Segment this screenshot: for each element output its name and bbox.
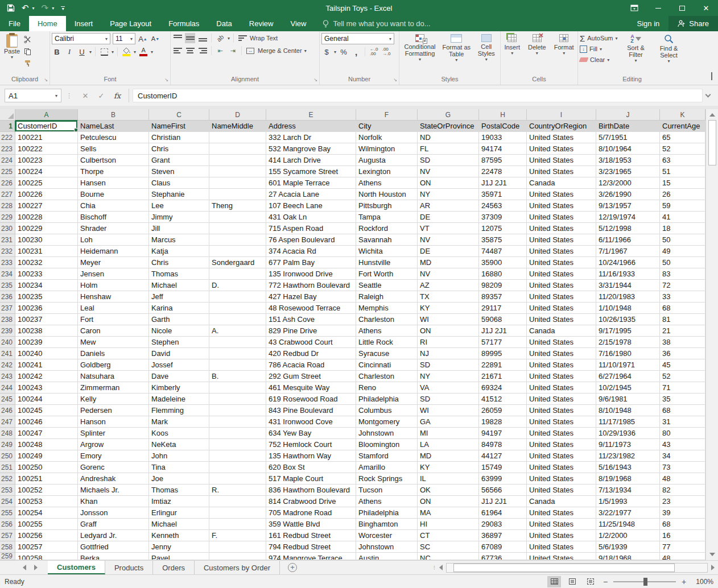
tab-data[interactable]: Data — [208, 16, 240, 31]
column-header-J[interactable]: J — [596, 109, 660, 121]
cell-H236[interactable]: 89357 — [479, 291, 527, 303]
cell-A251[interactable]: 100250 — [15, 462, 78, 473]
decrease-indent-icon[interactable]: ⇤ — [215, 45, 225, 56]
cell-B224[interactable]: Culbertson — [78, 155, 149, 166]
row-header-237[interactable]: 237 — [0, 303, 15, 314]
cell-D244[interactable] — [209, 382, 266, 394]
cell-A223[interactable]: 100222 — [15, 143, 78, 155]
cell-A238[interactable]: 100237 — [15, 314, 78, 325]
cell-B240[interactable]: Mew — [78, 337, 149, 348]
autosum-button[interactable]: ΣAutoSum▾ — [580, 33, 618, 43]
cell-F246[interactable]: Columbus — [356, 405, 418, 416]
cut-icon[interactable] — [22, 34, 32, 44]
cell-F250[interactable]: Stamford — [356, 450, 418, 462]
tab-file[interactable]: File — [0, 16, 29, 31]
cell-C231[interactable]: Marcus — [149, 234, 209, 246]
cell-E242[interactable]: 786 Acacia Road — [266, 359, 356, 371]
cell-B238[interactable]: Fort — [78, 314, 149, 325]
cell-D227[interactable] — [209, 189, 266, 200]
cell-E227[interactable]: 27 Acacia Lane — [266, 189, 356, 200]
cell-B229[interactable]: Bischoff — [78, 212, 149, 223]
cell-F238[interactable]: Charleston — [356, 314, 418, 325]
cell-B255[interactable]: Jonsson — [78, 507, 149, 519]
middle-align-icon[interactable] — [185, 33, 195, 43]
font-color-dropdown-icon[interactable]: ▾ — [151, 49, 153, 55]
cell-B254[interactable]: Khan — [78, 496, 149, 507]
borders-dropdown-icon[interactable]: ▾ — [112, 49, 114, 55]
cell-I240[interactable]: United States — [527, 337, 596, 348]
cell-E254[interactable]: 814 Crabwood Drive — [266, 496, 356, 507]
cell-J229[interactable]: 12/19/1974 — [596, 212, 660, 223]
row-header-246[interactable]: 246 — [0, 405, 15, 416]
cell-H242[interactable]: 22891 — [479, 359, 527, 371]
cell-I227[interactable]: United States — [527, 189, 596, 200]
save-icon[interactable] — [7, 4, 15, 12]
cell-G255[interactable]: MA — [418, 507, 479, 519]
cell-F248[interactable]: Johnstown — [356, 428, 418, 439]
cell-K254[interactable]: 23 — [660, 496, 705, 507]
font-color-icon[interactable]: A — [138, 47, 148, 57]
cell-A257[interactable]: 100256 — [15, 530, 78, 541]
cell-B248[interactable]: Splinter — [78, 428, 149, 439]
row-header-257[interactable]: 257 — [0, 530, 15, 541]
cell-G259[interactable]: NC — [418, 553, 479, 560]
cell-H233[interactable]: 35900 — [479, 257, 527, 268]
cell-D226[interactable] — [209, 177, 266, 189]
cell-H239[interactable]: J1J 2J1 — [479, 325, 527, 337]
cell-A247[interactable]: 100246 — [15, 416, 78, 428]
row-header-251[interactable]: 251 — [0, 462, 15, 473]
cell-I258[interactable]: United States — [527, 541, 596, 553]
cell-B241[interactable]: Daniels — [78, 348, 149, 359]
cell-G257[interactable]: CT — [418, 530, 479, 541]
row-header-255[interactable]: 255 — [0, 507, 15, 519]
cell-C245[interactable]: Madeleine — [149, 394, 209, 405]
cell-B222[interactable]: Petculescu — [78, 132, 149, 143]
row-header-225[interactable]: 225 — [0, 166, 15, 177]
cell-E246[interactable]: 843 Pine Boulevard — [266, 405, 356, 416]
cell-A255[interactable]: 100254 — [15, 507, 78, 519]
cell-B231[interactable]: Loh — [78, 234, 149, 246]
cell-J224[interactable]: 3/18/1953 — [596, 155, 660, 166]
cell-J234[interactable]: 11/16/1933 — [596, 268, 660, 280]
cell-K241[interactable]: 36 — [660, 348, 705, 359]
cell-H250[interactable]: 44127 — [479, 450, 527, 462]
paste-button[interactable]: Paste▾ — [2, 33, 22, 75]
cell-H251[interactable]: 15749 — [479, 462, 527, 473]
cell-J223[interactable]: 8/10/1964 — [596, 143, 660, 155]
cell-C234[interactable]: Thomas — [149, 268, 209, 280]
cell-B252[interactable]: Andreshak — [78, 473, 149, 485]
cell-D237[interactable] — [209, 303, 266, 314]
cell-D238[interactable] — [209, 314, 266, 325]
sheet-tab-orders[interactable]: Orders — [153, 561, 195, 574]
cell-C242[interactable]: Jossef — [149, 359, 209, 371]
cell-F241[interactable]: Syracuse — [356, 348, 418, 359]
cell-K229[interactable]: 41 — [660, 212, 705, 223]
cell-F237[interactable]: Memphis — [356, 303, 418, 314]
tab-scroll-splitter[interactable]: ⁝ — [434, 565, 436, 571]
cell-I226[interactable]: Canada — [527, 177, 596, 189]
bottom-align-icon[interactable] — [197, 33, 208, 43]
zoom-slider-thumb[interactable] — [643, 578, 647, 586]
cell-B253[interactable]: Michaels Jr. — [78, 485, 149, 496]
cell-J237[interactable]: 1/10/1948 — [596, 303, 660, 314]
cell-F249[interactable]: Bloomington — [356, 439, 418, 450]
cell-E224[interactable]: 414 Larch Drive — [266, 155, 356, 166]
column-header-A[interactable]: A — [15, 109, 78, 121]
cell-D252[interactable] — [209, 473, 266, 485]
delete-cells-button[interactable]: ✕ Delete▾ — [526, 33, 548, 75]
cell-F259[interactable]: Austin — [356, 553, 418, 560]
borders-icon[interactable] — [99, 47, 109, 57]
cell-C233[interactable]: Chris — [149, 257, 209, 268]
column-header-G[interactable]: G — [418, 109, 479, 121]
cell-E250[interactable]: 135 Hawthorn Way — [266, 450, 356, 462]
cell-D230[interactable] — [209, 223, 266, 234]
column-header-H[interactable]: H — [479, 109, 527, 121]
cell-H223[interactable]: 94174 — [479, 143, 527, 155]
cell-C240[interactable]: Stephen — [149, 337, 209, 348]
cell-C237[interactable]: Karina — [149, 303, 209, 314]
cell-E226[interactable]: 601 Maple Terrace — [266, 177, 356, 189]
cell-G224[interactable]: SD — [418, 155, 479, 166]
cell-A253[interactable]: 100252 — [15, 485, 78, 496]
cell-J250[interactable]: 11/23/1982 — [596, 450, 660, 462]
cell-K223[interactable]: 52 — [660, 143, 705, 155]
